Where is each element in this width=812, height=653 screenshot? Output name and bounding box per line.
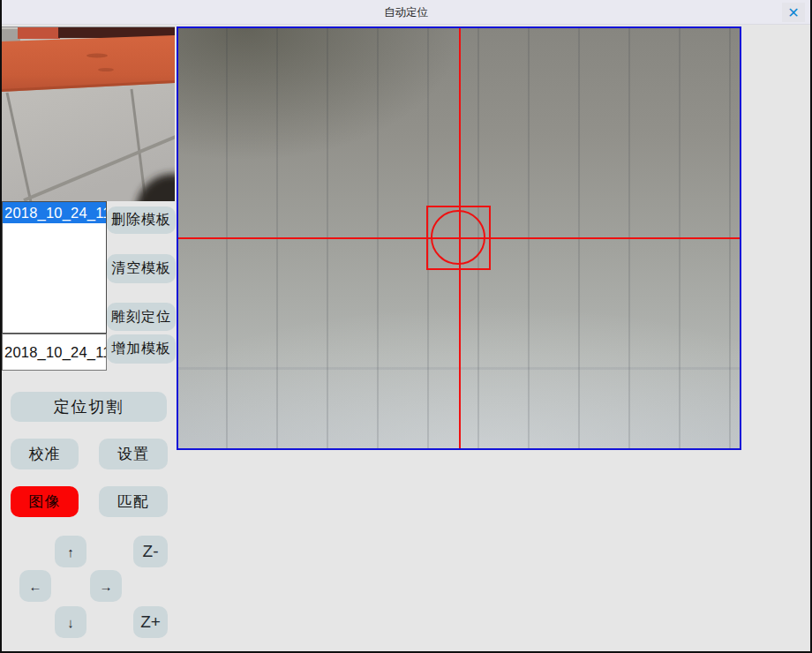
beam-mark (86, 54, 108, 58)
jog-down-button[interactable]: ↓ (55, 606, 86, 638)
settings-button[interactable]: 设置 (99, 439, 168, 469)
calibrate-button[interactable]: 校准 (11, 439, 79, 469)
clear-template-button[interactable]: 清空模板 (107, 254, 176, 283)
z-plus-button[interactable]: Z+ (133, 606, 168, 638)
template-name-input[interactable] (2, 334, 107, 371)
match-button[interactable]: 匹配 (99, 486, 168, 517)
dialog-title: 自动定位 (2, 0, 810, 25)
camera-view[interactable] (177, 26, 741, 450)
image-button-active[interactable]: 图像 (11, 486, 79, 517)
template-preview (2, 26, 175, 201)
delete-template-button[interactable]: 删除模板 (107, 206, 176, 234)
match-region-circle (431, 210, 485, 265)
jog-up-button[interactable]: ↑ (55, 536, 86, 567)
close-icon[interactable]: ✕ (782, 3, 805, 22)
jog-right-button[interactable]: → (90, 570, 122, 602)
template-preview-image (2, 27, 175, 201)
gray-block (2, 29, 20, 42)
z-minus-button[interactable]: Z- (133, 536, 168, 567)
template-list-item-selected[interactable]: 2018_10_24_11 (3, 202, 106, 223)
engrave-locate-button[interactable]: 雕刻定位 (107, 303, 176, 331)
beam-mark (98, 68, 114, 71)
template-list[interactable]: 2018_10_24_11 (2, 201, 107, 334)
locate-cut-button[interactable]: 定位切割 (11, 392, 167, 422)
add-template-button[interactable]: 增加模板 (107, 334, 176, 364)
jog-left-button[interactable]: ← (19, 570, 51, 602)
orange-block (18, 27, 60, 39)
titlebar: 自动定位 ✕ (2, 0, 810, 25)
auto-locate-dialog: 自动定位 ✕ (0, 0, 812, 653)
